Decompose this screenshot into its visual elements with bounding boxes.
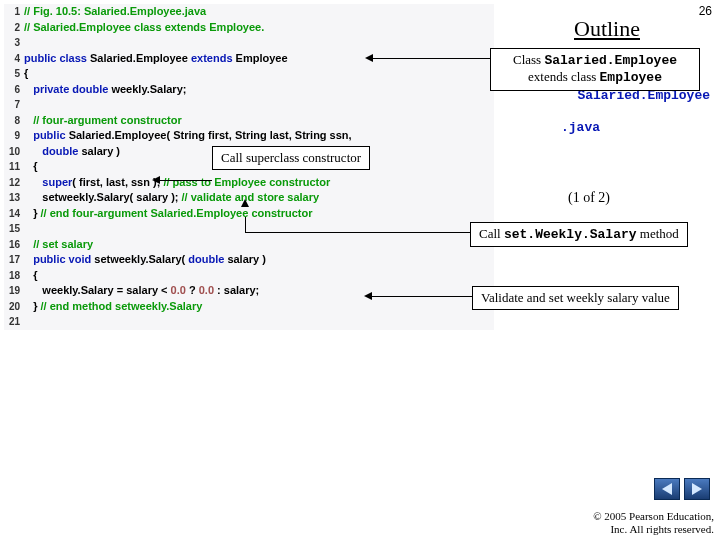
- code-line: 3: [4, 35, 494, 51]
- code-line: 1// Fig. 10.5: Salaried.Employee.java: [4, 4, 494, 20]
- code-line: 6 private double weekly.Salary;: [4, 82, 494, 98]
- line-number: 17: [4, 252, 24, 268]
- line-number: 2: [4, 20, 24, 36]
- code-content: } // end four-argument Salaried.Employee…: [24, 206, 313, 222]
- code-line: 8 // four-argument constructor: [4, 113, 494, 129]
- code-line: 21: [4, 314, 494, 330]
- line-number: 1: [4, 4, 24, 20]
- arrow-validate-head: [364, 292, 372, 300]
- line-number: 21: [4, 314, 24, 330]
- code-line: 16 // set salary: [4, 237, 494, 253]
- line-number: 6: [4, 82, 24, 98]
- code-content: {: [24, 66, 28, 82]
- line-number: 11: [4, 159, 24, 175]
- line-number: 13: [4, 190, 24, 206]
- code-line: 12 super( first, last, ssn ); // pass to…: [4, 175, 494, 191]
- line-number: 18: [4, 268, 24, 284]
- arrow-extends: [373, 58, 490, 59]
- code-content: } // end method setweekly.Salary: [24, 299, 202, 315]
- code-content: // Fig. 10.5: Salaried.Employee.java: [24, 4, 206, 20]
- code-content: {: [24, 159, 37, 175]
- file-label-ext: .java: [561, 120, 600, 135]
- code-content: // four-argument constructor: [24, 113, 182, 129]
- code-line: 9 public Salaried.Employee( String first…: [4, 128, 494, 144]
- code-line: 5{: [4, 66, 494, 82]
- code-content: [24, 221, 27, 237]
- code-content: [24, 97, 27, 113]
- callout-validate: Validate and set weekly salary value: [472, 286, 679, 310]
- code-line: 14 } // end four-argument Salaried.Emplo…: [4, 206, 494, 222]
- arrow-super-head: [152, 176, 160, 184]
- arrow-extends-head: [365, 54, 373, 62]
- triangle-left-icon: [662, 483, 672, 495]
- line-number: 20: [4, 299, 24, 315]
- callout-extends: Class Salaried.Employee extends class Em…: [490, 48, 700, 91]
- nav-controls: [654, 478, 710, 500]
- prev-button[interactable]: [654, 478, 680, 500]
- code-line: 2// Salaried.Employee class extends Empl…: [4, 20, 494, 36]
- line-number: 19: [4, 283, 24, 299]
- code-line: 13 setweekly.Salary( salary ); // valida…: [4, 190, 494, 206]
- line-number: 10: [4, 144, 24, 160]
- code-content: public void setweekly.Salary( double sal…: [24, 252, 266, 268]
- code-content: public class Salaried.Employee extends E…: [24, 51, 288, 67]
- code-line: 7: [4, 97, 494, 113]
- arrow-setweekly: [245, 232, 470, 233]
- arrow-super: [160, 180, 212, 181]
- line-number: 15: [4, 221, 24, 237]
- code-line: 17 public void setweekly.Salary( double …: [4, 252, 494, 268]
- code-line: 15: [4, 221, 494, 237]
- code-content: [24, 35, 27, 51]
- copyright: © 2005 Pearson Education, Inc. All right…: [593, 510, 714, 536]
- code-content: super( first, last, ssn ); // pass to Em…: [24, 175, 330, 191]
- code-line: 18 {: [4, 268, 494, 284]
- code-content: weekly.Salary = salary < 0.0 ? 0.0 : sal…: [24, 283, 259, 299]
- code-line: 20 } // end method setweekly.Salary: [4, 299, 494, 315]
- line-number: 7: [4, 97, 24, 113]
- part-label: (1 of 2): [568, 190, 610, 206]
- outline-heading: Outline: [574, 16, 640, 42]
- arrow-setweekly-v: [245, 217, 246, 232]
- line-number: 9: [4, 128, 24, 144]
- code-content: public Salaried.Employee( String first, …: [24, 128, 352, 144]
- code-content: {: [24, 268, 37, 284]
- line-number: 8: [4, 113, 24, 129]
- code-content: [24, 314, 27, 330]
- line-number: 5: [4, 66, 24, 82]
- line-number: 3: [4, 35, 24, 51]
- arrow-setweekly-head: [241, 199, 249, 207]
- code-content: setweekly.Salary( salary ); // validate …: [24, 190, 319, 206]
- code-content: double salary ): [24, 144, 120, 160]
- line-number: 12: [4, 175, 24, 191]
- line-number: 14: [4, 206, 24, 222]
- callout-super: Call superclass constructor: [212, 146, 370, 170]
- callout-setweekly: Call set.Weekly.Salary method: [470, 222, 688, 247]
- next-button[interactable]: [684, 478, 710, 500]
- code-content: private double weekly.Salary;: [24, 82, 186, 98]
- arrow-validate: [372, 296, 472, 297]
- line-number: 4: [4, 51, 24, 67]
- code-content: // Salaried.Employee class extends Emplo…: [24, 20, 264, 36]
- triangle-right-icon: [692, 483, 702, 495]
- code-content: // set salary: [24, 237, 93, 253]
- line-number: 16: [4, 237, 24, 253]
- slide-number: 26: [699, 4, 712, 18]
